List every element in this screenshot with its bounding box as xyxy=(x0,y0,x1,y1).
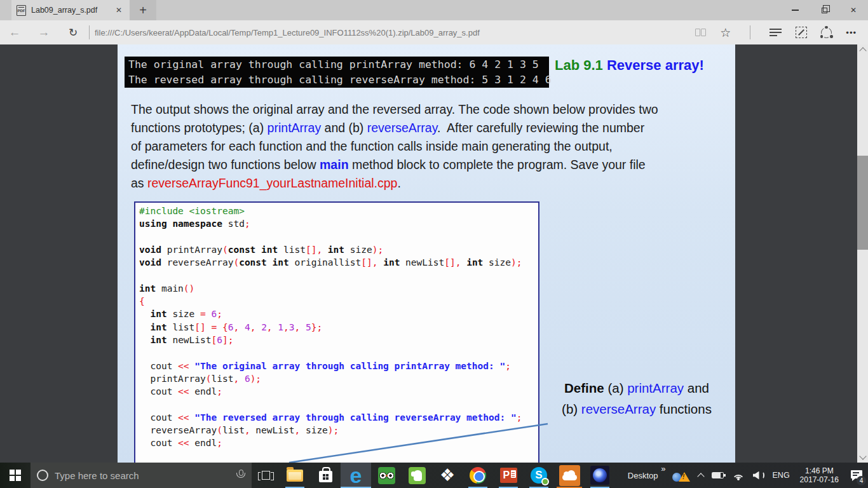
taskbar-app-cloud-drive[interactable] xyxy=(554,463,585,488)
minimize-icon xyxy=(792,10,799,11)
file-explorer-icon xyxy=(287,470,303,482)
microsoft-store-icon xyxy=(319,471,332,482)
screen: Lab09_array_s.pdf ✕ + ✕ ← → ↻ file:///C:… xyxy=(0,0,868,488)
taskbar-app-dropbox[interactable] xyxy=(432,463,463,488)
powerpoint-icon xyxy=(500,468,517,483)
console-output: The original array through calling print… xyxy=(125,57,549,88)
address-divider xyxy=(89,25,90,39)
pdf-viewer: The original array through calling print… xyxy=(0,44,868,463)
taskbar-search[interactable] xyxy=(31,463,252,488)
toolbar-overflow-icon[interactable]: » xyxy=(661,464,665,473)
clock-date: 2017-07-16 xyxy=(800,475,839,485)
task-view-button[interactable] xyxy=(252,463,280,488)
favorites-star-icon[interactable]: ☆ xyxy=(720,27,731,39)
share-icon[interactable] xyxy=(821,27,832,38)
edge-icon xyxy=(344,464,367,487)
slide-heading: Lab 9.1 Reverse array! xyxy=(555,57,704,74)
taskbar-clock[interactable]: 1:46 PM 2017-07-16 xyxy=(794,466,845,485)
code-block: #include <iostream>using namespace std;v… xyxy=(134,201,539,463)
wifi-icon[interactable] xyxy=(732,471,745,480)
tab-title: Lab09_array_s.pdf xyxy=(31,6,108,15)
warning-notification-icon[interactable] xyxy=(672,468,690,482)
pdf-page: The original array through calling print… xyxy=(118,44,735,463)
scroll-down-icon[interactable] xyxy=(859,452,866,459)
taskbar-app-powerpoint[interactable] xyxy=(493,463,524,488)
task-view-icon xyxy=(262,471,270,480)
search-input[interactable] xyxy=(55,470,230,481)
taskbar-app-tripadvisor[interactable] xyxy=(371,463,402,488)
taskbar-app-file-explorer[interactable] xyxy=(280,463,310,488)
taskbar-app-edge[interactable] xyxy=(341,463,371,488)
notification-count-badge: 4 xyxy=(857,476,866,485)
cortana-icon xyxy=(37,470,48,481)
taskbar-app-chrome[interactable] xyxy=(463,463,493,488)
tray-expand-icon[interactable] xyxy=(697,473,704,480)
skype-icon xyxy=(531,467,547,484)
browser-tab[interactable]: Lab09_array_s.pdf ✕ xyxy=(11,0,130,20)
desktop-toolbar[interactable]: Desktop » xyxy=(619,463,668,488)
instructions-paragraph: The output shows the original array and … xyxy=(131,100,658,193)
navbar-actions: ☆ ••• xyxy=(689,25,868,39)
define-note: Define (a) printArray and(b) reverseArra… xyxy=(532,377,735,419)
cloud-drive-icon xyxy=(559,465,580,486)
address-bar[interactable]: file:///C:/Users/keerat/AppData/Local/Te… xyxy=(95,23,689,42)
restore-icon xyxy=(822,8,827,13)
web-note-icon[interactable] xyxy=(796,27,807,38)
hub-icon[interactable] xyxy=(770,29,782,36)
browser-titlebar: Lab09_array_s.pdf ✕ + ✕ xyxy=(0,0,868,20)
chrome-icon xyxy=(470,467,486,484)
new-tab-button[interactable]: + xyxy=(130,0,156,20)
taskbar-apps xyxy=(280,463,615,488)
desktop-toolbar-label: Desktop xyxy=(628,471,658,480)
tab-close-icon[interactable]: ✕ xyxy=(113,4,125,16)
window-controls: ✕ xyxy=(780,0,868,20)
taskbar-app-skype[interactable] xyxy=(524,463,554,488)
clock-time: 1:46 PM xyxy=(800,466,839,476)
scrollbar[interactable] xyxy=(857,44,868,463)
dropbox-icon xyxy=(440,467,455,484)
heading-lab-label: Lab 9.1 xyxy=(555,57,603,73)
taskbar: Desktop » ENG 1:46 PM 2017-07-16 4 xyxy=(0,463,868,488)
taskbar-right: Desktop » ENG 1:46 PM 2017-07-16 4 xyxy=(619,463,868,488)
refresh-button[interactable]: ↻ xyxy=(62,23,84,42)
forward-button[interactable]: → xyxy=(33,23,55,42)
microphone-icon[interactable] xyxy=(236,470,245,481)
taskbar-app-store[interactable] xyxy=(310,463,341,488)
start-button[interactable] xyxy=(0,463,31,488)
battery-icon[interactable] xyxy=(712,472,724,478)
restore-button[interactable] xyxy=(810,0,839,20)
more-actions-icon[interactable]: ••• xyxy=(846,28,857,37)
system-tray: ENG xyxy=(668,468,794,482)
volume-icon[interactable] xyxy=(753,471,764,480)
windows-logo-icon xyxy=(10,470,21,481)
taskbar-app-software-updater[interactable] xyxy=(585,463,615,488)
tripadvisor-icon xyxy=(378,467,395,484)
back-button[interactable]: ← xyxy=(4,23,25,42)
taskbar-app-evernote[interactable] xyxy=(402,463,432,488)
evernote-icon xyxy=(409,467,426,484)
reading-view-icon[interactable] xyxy=(695,29,706,36)
url-text: file:///C:/Users/keerat/AppData/Local/Te… xyxy=(95,28,480,37)
language-indicator[interactable]: ENG xyxy=(773,471,790,480)
software-updater-icon xyxy=(590,466,609,485)
pdf-file-icon xyxy=(17,5,26,16)
close-button[interactable]: ✕ xyxy=(839,0,868,20)
minimize-button[interactable] xyxy=(780,0,810,20)
action-center-button[interactable]: 4 xyxy=(845,463,868,488)
scroll-up-icon[interactable] xyxy=(859,47,866,54)
navbar-divider xyxy=(750,25,750,39)
browser-navbar: ← → ↻ file:///C:/Users/keerat/AppData/Lo… xyxy=(0,20,868,44)
scrollbar-thumb[interactable] xyxy=(857,156,868,250)
heading-title-label: Reverse array! xyxy=(603,57,704,73)
